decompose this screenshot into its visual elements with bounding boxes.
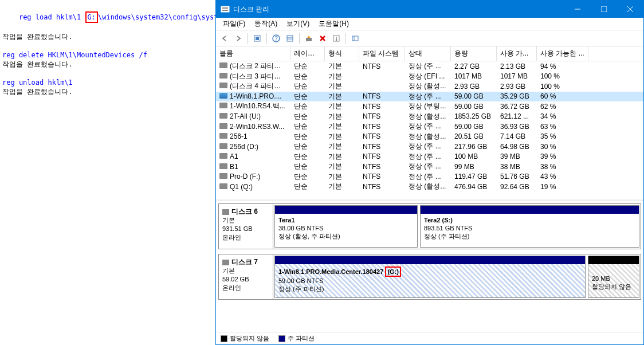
col-free[interactable]: 사용 가... xyxy=(497,46,537,61)
svg-point-18 xyxy=(336,37,337,38)
menu-help[interactable]: 도움말(H) xyxy=(314,18,354,30)
list-icon[interactable] xyxy=(284,32,296,45)
legend: 할당되지 않음 주 파티션 xyxy=(216,332,643,344)
action-icon[interactable] xyxy=(303,32,315,45)
cmd-line-2: reg delete HKLM\1\MountedDevices /f xyxy=(2,50,213,60)
minimize-button[interactable] xyxy=(564,1,591,18)
disk6-partition-2[interactable]: Tera2 (S:) 893.51 GB NTFS 정상 (주 파티션) xyxy=(420,205,639,248)
col-volume[interactable]: 볼륨 xyxy=(216,46,290,61)
disk-7-row[interactable]: 디스크 7 기본 59.02 GB 온라인 1-Win8.1.PRO.Media… xyxy=(218,254,641,300)
volume-row[interactable]: A1단순기본NTFS정상 (주 ...100 MB39 MB39 % xyxy=(216,152,643,162)
toolbar: ? xyxy=(216,30,643,46)
highlight-drive-g-partition: (G:) xyxy=(385,266,401,277)
svg-rect-2 xyxy=(222,10,228,11)
svg-rect-1 xyxy=(222,7,228,9)
cmd-done-2: 작업을 완료했습니다. xyxy=(2,60,213,69)
svg-rect-14 xyxy=(306,38,312,41)
menu-file[interactable]: 파일(F) xyxy=(218,18,250,30)
highlight-drive-g: G: xyxy=(85,11,98,23)
refresh-icon[interactable] xyxy=(251,32,264,45)
cmd-done-1: 작업을 완료했습니다. xyxy=(2,32,213,41)
volume-row[interactable]: Pro-D (F:)단순기본NTFS정상 (주 ...119.47 GB51.7… xyxy=(216,172,643,182)
volume-row[interactable]: 2-Win10.RS3.W...단순기본NTFS정상 (주 ...59.00 G… xyxy=(216,121,643,132)
window-title: 디스크 관리 xyxy=(233,5,564,14)
volume-row[interactable]: 1-Win8.1.PRO....단순기본NTFS정상 (주 ...59.00 G… xyxy=(216,92,643,102)
titlebar[interactable]: 디스크 관리 xyxy=(216,1,643,18)
maximize-button[interactable] xyxy=(591,1,617,18)
cmd-line-1: reg load hklm\1 G:\windows\system32\conf… xyxy=(2,2,213,32)
help-icon[interactable]: ? xyxy=(270,32,282,45)
col-filesystem[interactable]: 파일 시스템 xyxy=(359,46,405,61)
svg-rect-0 xyxy=(221,6,229,12)
svg-rect-4 xyxy=(601,6,607,12)
col-status[interactable]: 상태 xyxy=(405,46,451,61)
svg-rect-20 xyxy=(352,36,358,41)
volume-row[interactable]: 1-Win10.RS4.백...단순기본NTFS정상 (부팅...59.00 G… xyxy=(216,101,643,112)
volume-row[interactable]: (디스크 3 파티션 1)단순기본정상 (EFI ...1017 MB1017 … xyxy=(216,72,643,82)
volume-header-row: 볼륨 레이아웃 형식 파일 시스템 상태 용량 사용 가... 사용 가능한 .… xyxy=(216,46,643,61)
settings-icon[interactable] xyxy=(349,32,362,45)
disk-6-info: 디스크 6 기본 931.51 GB 온라인 xyxy=(219,204,273,249)
disk7-unallocated[interactable]: 20 MB 할당되지 않음 xyxy=(588,256,639,298)
col-capacity[interactable]: 용량 xyxy=(451,46,497,61)
svg-text:?: ? xyxy=(274,36,278,42)
close-button[interactable] xyxy=(617,1,643,18)
col-type[interactable]: 형식 xyxy=(325,46,359,61)
legend-primary: 주 파티션 xyxy=(278,334,315,343)
disk-7-info: 디스크 7 기본 59.02 GB 온라인 xyxy=(219,254,273,299)
volume-row[interactable]: Q1 (Q:)단순기본NTFS정상 (활성...476.94 GB92.64 G… xyxy=(216,182,643,192)
disk-management-window: 디스크 관리 파일(F) 동작(A) 보기(V) 도움말(H) ? 볼륨 레이아 xyxy=(215,0,644,345)
volume-row[interactable]: 2T-All (U:)단순기본NTFS정상 (활성...1853.25 GB62… xyxy=(216,112,643,122)
app-icon xyxy=(221,5,230,14)
disk-6-row[interactable]: 디스크 6 기본 931.51 GB 온라인 Tera1 38.00 GB NT… xyxy=(218,203,641,249)
console-output: reg load hklm\1 G:\windows\system32\conf… xyxy=(0,0,215,345)
volume-row[interactable]: (디스크 2 파티션 3)단순기본NTFS정상 (주 ...2.27 GB2.1… xyxy=(216,61,643,72)
forward-button[interactable] xyxy=(232,32,245,45)
menubar: 파일(F) 동작(A) 보기(V) 도움말(H) xyxy=(216,18,643,30)
volume-row[interactable]: (디스크 4 파티션 2)단순기본정상 (활성...2.93 GB2.93 GB… xyxy=(216,81,643,92)
menu-view[interactable]: 보기(V) xyxy=(282,18,314,30)
menu-action[interactable]: 동작(A) xyxy=(250,18,282,30)
cmd-done-3: 작업을 완료했습니다. xyxy=(2,87,213,96)
col-pct[interactable]: 사용 가능한 ... xyxy=(537,46,588,61)
volume-row[interactable]: 256-1단순기본NTFS정상 (활성...20.51 GB7.14 GB35 … xyxy=(216,132,643,142)
disk6-partition-1[interactable]: Tera1 38.00 GB NTFS 정상 (활성, 주 파티션) xyxy=(274,205,418,248)
disk7-partition-1[interactable]: 1-Win8.1.PRO.Media.Center.180427 (G:) 59… xyxy=(274,256,586,298)
disk-graphical-panel[interactable]: 디스크 6 기본 931.51 GB 온라인 Tera1 38.00 GB NT… xyxy=(216,201,643,332)
legend-unallocated: 할당되지 않음 xyxy=(221,334,269,343)
col-layout[interactable]: 레이아웃 xyxy=(290,46,325,61)
disk-icon xyxy=(222,260,229,265)
volume-row[interactable]: B1단순기본NTFS정상 (주 ...99 MB38 MB38 % xyxy=(216,162,643,172)
svg-rect-8 xyxy=(256,37,259,40)
back-button[interactable] xyxy=(218,32,231,45)
disk-icon xyxy=(222,209,229,215)
delete-icon[interactable] xyxy=(316,32,329,45)
volume-row[interactable]: 256d (D:)단순기본NTFS정상 (주 ...217.96 GB64.98… xyxy=(216,142,643,152)
svg-rect-11 xyxy=(287,36,293,41)
volume-list[interactable]: 볼륨 레이아웃 형식 파일 시스템 상태 용량 사용 가... 사용 가능한 .… xyxy=(216,46,643,201)
properties-icon[interactable] xyxy=(330,32,343,45)
cmd-line-3: reg unload hklm\1 xyxy=(2,78,213,87)
